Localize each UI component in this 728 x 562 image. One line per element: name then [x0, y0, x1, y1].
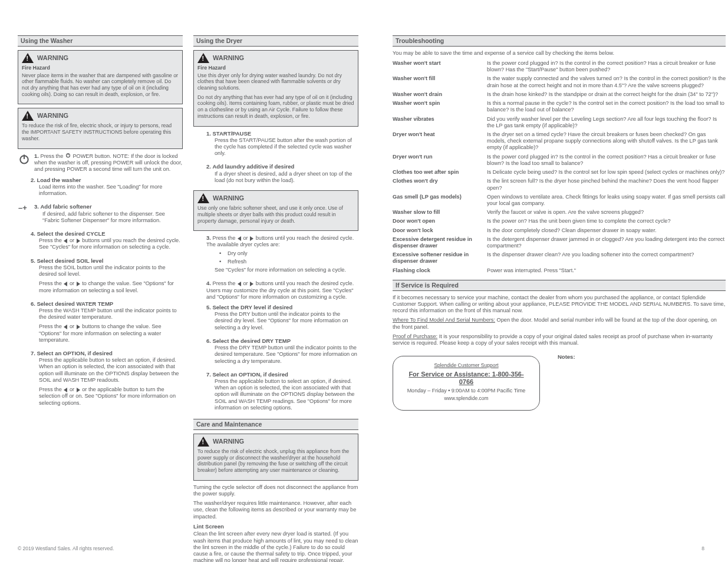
warning-box-washer-fire: WARNING Fire Hazard Never place items in… [18, 50, 183, 105]
table-row: Washer won't spinIs this a normal pause … [393, 100, 726, 113]
problem-label: Washer won't drain [393, 91, 481, 98]
list-item: •Refresh [219, 259, 358, 265]
step-text: Press the applicable button to select an… [215, 378, 358, 411]
plus-minus-icon: –+ [18, 203, 31, 227]
solution-text: Is the water supply connected and the va… [487, 75, 726, 88]
arrow-right-icon [77, 388, 80, 392]
step-text: Press the or or the applicable button to… [39, 386, 183, 406]
step-text: Press the POWER button. NOTE: If the doo… [34, 153, 182, 173]
step-head: Select the desired CYCLE [37, 230, 106, 237]
table-row: Washer won't drainIs the drain hose kink… [393, 91, 726, 98]
list-item: •Dry only [219, 250, 358, 257]
washer-step-1: 1. Press the POWER button. NOTE: If the … [18, 153, 183, 173]
solution-text: Is this a normal pause in the cycle? Is … [487, 100, 726, 113]
step-number: 1. [34, 153, 39, 159]
step-text: If desired, add fabric softener to the d… [42, 211, 183, 224]
step-head: START/PAUSE [213, 130, 252, 137]
warning-body: To reduce the risk of fire, electric sho… [22, 123, 179, 141]
step-text: Press the WASH TEMP button until the ind… [39, 308, 183, 320]
solution-text: Power was interrupted. Press "Start." [487, 267, 726, 274]
step-number: 7. [206, 371, 211, 378]
warning-body: Never place items in the washer that are… [22, 72, 179, 98]
warning-body: Use this dryer only for drying water was… [197, 72, 354, 91]
solution-text: Is Delicate cycle being used? Is the con… [487, 169, 726, 176]
problem-label: Washer won't start [393, 60, 481, 73]
lint-screen-head: Lint Screen [193, 523, 358, 530]
table-row: Excessive detergent residue in dispenser… [393, 236, 726, 249]
arrow-right-icon [250, 282, 253, 286]
step-head: Select desired SOIL level [37, 257, 104, 264]
step-text: Press the or buttons until you reach the… [39, 237, 183, 250]
warning-icon [197, 193, 209, 203]
step-head: Select an OPTION, if desired [213, 371, 288, 378]
step-number: 3. [206, 234, 211, 241]
arrow-right-icon [77, 325, 80, 329]
warning-head-text: WARNING [213, 54, 244, 62]
arrow-left-icon [238, 236, 241, 241]
dryer-step-6: 6. Select the desired DRY TEMP Press the… [193, 338, 358, 368]
arrow-left-icon [238, 282, 241, 286]
troubleshooting-column: Troubleshooting You may be able to save … [393, 35, 726, 562]
warning-body: Use only one fabric softener sheet, and … [197, 205, 354, 224]
problem-label: Door won't lock [393, 227, 481, 234]
warning-icon [22, 111, 34, 121]
step-number: 5. [31, 257, 35, 264]
section-bar-maintenance: Care and Maintenance [193, 419, 358, 430]
warning-body: Do not dry anything that has ever had an… [197, 94, 354, 120]
warning-icon [22, 53, 34, 63]
service-title-a: Splendide Customer Support [434, 362, 498, 368]
dryer-step-2: 2. Add laundry additive if desired If a … [193, 163, 358, 187]
using-dryer-column: Using the Dryer WARNING Fire Hazard Use … [193, 35, 358, 562]
page-footer: © 2019 Westland Sales. All rights reserv… [18, 546, 704, 551]
solution-text: Is the detergent dispenser drawer jammed… [487, 236, 726, 249]
arrow-right-icon [77, 239, 80, 243]
step-text: Press the applicable button to select an… [39, 357, 183, 384]
step-text: Press the DRY TEMP button until the indi… [215, 345, 358, 365]
arrow-right-icon [250, 236, 253, 241]
step-head: Add laundry additive if desired [213, 163, 295, 170]
using-washer-column: Using the Washer WARNING Fire Hazard Nev… [18, 35, 183, 562]
problem-label: Washer won't fill [393, 75, 481, 88]
step-text: Press the SOIL button until the indicato… [39, 265, 183, 277]
dryer-step-4: 4. Press the or buttons until you reach … [193, 280, 358, 300]
step-text: If a dryer sheet is desired, add a dryer… [215, 171, 358, 184]
section-bar-dryer: Using the Dryer [193, 35, 358, 47]
service-contact-box: Splendide Customer Support For Service o… [393, 356, 540, 411]
solution-text: Is the dryer set on a timed cycle? Have … [487, 131, 726, 151]
table-row: Washer won't fillIs the water supply con… [393, 75, 726, 88]
problem-label: Clothes too wet after spin [393, 169, 481, 176]
step-number: 4. [31, 230, 35, 237]
step-head: Select an OPTION, if desired [37, 350, 113, 356]
table-row: Door won't lockIs the door completely cl… [393, 227, 726, 234]
step-number: 2. [206, 163, 211, 170]
dryer-step-3: 3. Press the or buttons until you reach … [193, 234, 358, 276]
problem-label: Excessive softener residue in dispenser … [393, 252, 481, 265]
manual-page: Using the Washer WARNING Fire Hazard Nev… [0, 0, 728, 562]
section-bar-service: If Service is Required [393, 280, 726, 291]
step-number: 2. [31, 177, 35, 183]
service-text: If it becomes necessary to service your … [393, 295, 726, 315]
troubleshooting-list: Washer won't startIs the power cord plug… [393, 60, 726, 274]
problem-label: Door won't open [393, 218, 481, 224]
washer-step-7: 7. Select an OPTION, if desired Press th… [18, 350, 183, 409]
warning-box-maintenance: WARNING To reduce the risk of electric s… [193, 434, 358, 481]
solution-text: Is the power on? Has the unit been given… [487, 218, 726, 224]
svg-text:–+: –+ [18, 204, 27, 212]
washer-step-3: –+ 3. Add fabric softener If desired, ad… [18, 203, 183, 227]
notes-head: Notes: [558, 353, 575, 361]
dryer-step-5: 5. Select the DRY level if desired Press… [193, 304, 358, 334]
problem-label: Excessive detergent residue in dispenser… [393, 236, 481, 249]
table-row: Gas smell (LP gas models)Open windows to… [393, 194, 726, 207]
step-text: Press the or buttons until you reach the… [206, 280, 354, 299]
warning-icon [197, 53, 209, 63]
step-number: 7. [31, 350, 35, 356]
arrow-left-icon [64, 325, 67, 329]
step-text: Press the or buttons until you reach the… [206, 235, 354, 247]
problem-label: Flashing clock [393, 267, 481, 274]
solution-text: Is the lint screen full? Is the dryer ho… [487, 178, 726, 191]
service-text: Proof of Purchase: It is your responsibi… [393, 333, 726, 346]
problem-label: Washer slow to fill [393, 209, 481, 216]
service-site: www.splendide.com [403, 395, 530, 401]
warning-box-dryer-fire: WARNING Fire Hazard Use this dryer only … [193, 50, 358, 127]
step-text: Load items into the washer. See "Loading… [39, 184, 183, 197]
